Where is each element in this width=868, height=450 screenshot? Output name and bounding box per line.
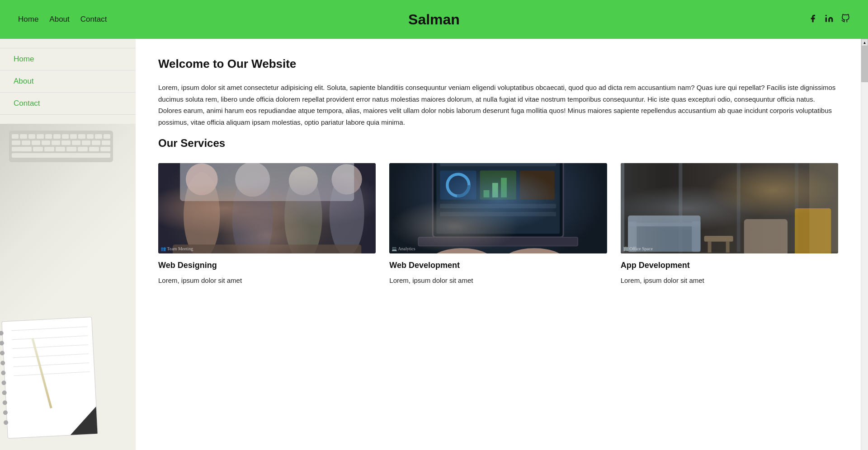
svg-rect-49 [809,163,838,253]
service-image-office [621,163,838,253]
header-nav-contact[interactable]: Contact [80,15,107,24]
svg-point-5 [232,172,273,253]
svg-rect-34 [679,163,682,253]
svg-point-7 [284,172,322,253]
keyboard-decoration [9,131,113,162]
svg-rect-45 [708,242,711,253]
service-image-meeting [158,163,376,253]
header-nav-home[interactable]: Home [18,15,38,24]
facebook-icon[interactable] [808,14,817,25]
service-image-laptop [389,163,607,253]
svg-point-29 [429,248,495,253]
service-desc-web-designing: Lorem, ipsum dolor sit amet [158,275,376,286]
svg-point-19 [448,174,469,196]
svg-rect-33 [621,163,624,253]
github-icon[interactable] [841,14,850,25]
sidebar-item-about[interactable]: About [0,70,136,93]
sidebar: Home About Contact [0,39,136,450]
header-social-icons [808,14,850,25]
svg-rect-28 [419,237,578,246]
svg-point-3 [184,172,220,253]
svg-rect-15 [433,163,564,237]
svg-point-8 [289,166,318,195]
svg-rect-21 [480,171,516,200]
sidebar-decorative-image [0,124,136,450]
svg-rect-18 [440,171,476,200]
main-content: Welcome to Our Website Lorem, ipsum dolo… [136,39,861,450]
service-desc-web-development: Lorem, ipsum dolor sit amet [389,275,607,286]
svg-rect-43 [692,221,700,252]
svg-rect-25 [520,171,555,200]
notebook-decoration [1,317,98,439]
svg-point-4 [186,164,218,196]
header: Home About Contact Salman [0,0,868,39]
sidebar-nav: Home About Contact [0,39,136,124]
welcome-text: Lorem, ipsum dolor sit amet consectetur … [158,82,838,128]
svg-rect-32 [621,163,838,253]
scrollbar-up-btn[interactable]: ▲ [861,39,868,46]
svg-rect-47 [744,219,787,253]
sidebar-item-contact[interactable]: Contact [0,93,136,115]
scrollbar-thumb[interactable] [861,46,868,82]
svg-point-10 [331,164,362,194]
linkedin-icon[interactable] [825,14,834,25]
main-layout: Home About Contact [0,39,868,450]
svg-rect-11 [173,244,361,253]
service-title-web-development: Web Development [389,261,607,270]
svg-rect-2 [158,163,376,253]
svg-point-30 [502,248,567,253]
svg-rect-16 [437,163,560,234]
svg-rect-35 [736,163,740,253]
svg-rect-1 [158,163,376,253]
site-title: Salman [408,11,460,28]
welcome-title: Welcome to Our Website [158,57,838,71]
svg-rect-42 [628,221,637,252]
svg-point-20 [448,174,469,196]
svg-rect-23 [492,183,498,197]
svg-rect-48 [795,208,831,253]
sidebar-item-home[interactable]: Home [0,48,136,70]
service-card-web-development: Web Development Lorem, ipsum dolor sit a… [389,163,607,295]
svg-rect-22 [484,190,490,197]
service-title-web-designing: Web Designing [158,261,376,270]
service-desc-app-development: Lorem, ipsum dolor sit amet [621,275,838,286]
svg-rect-26 [440,204,557,208]
svg-rect-46 [726,242,729,253]
svg-rect-36 [795,163,798,253]
svg-point-6 [235,163,270,197]
svg-rect-27 [440,212,557,216]
svg-rect-44 [704,236,733,242]
svg-rect-41 [628,216,700,226]
svg-rect-37 [621,252,838,253]
svg-rect-12 [180,163,354,201]
header-nav-about[interactable]: About [49,15,69,24]
header-nav: Home About Contact [18,15,107,24]
service-title-app-development: App Development [621,261,838,270]
service-card-app-development: App Development Lorem, ipsum dolor sit a… [621,163,838,295]
services-title: Our Services [158,137,838,150]
svg-rect-17 [440,163,557,166]
svg-point-0 [826,14,827,16]
scrollbar[interactable]: ▲ [861,39,868,450]
svg-rect-31 [621,163,838,253]
services-grid: Web Designing Lorem, ipsum dolor sit ame… [158,163,838,295]
svg-point-9 [330,172,364,253]
svg-rect-14 [389,163,607,253]
svg-rect-13 [389,163,607,253]
svg-rect-40 [628,223,700,252]
svg-rect-24 [501,178,507,197]
service-card-web-designing: Web Designing Lorem, ipsum dolor sit ame… [158,163,376,295]
